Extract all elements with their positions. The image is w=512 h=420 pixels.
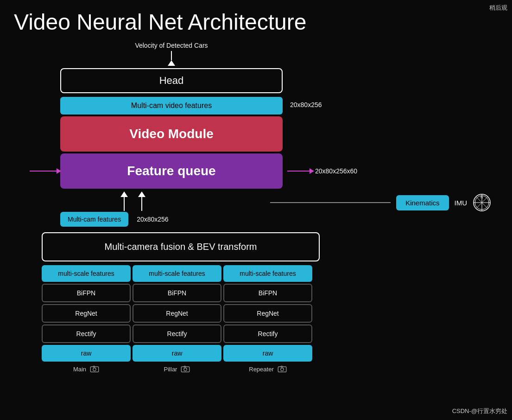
multicam-features-badge: Multi-cam features [60, 212, 128, 227]
velocity-label: Velocity of Detected Cars [135, 42, 208, 49]
arrow-up-left [120, 191, 128, 211]
head-box: Head [60, 68, 283, 93]
main-diagram: Velocity of Detected Cars Head Multi-cam… [14, 42, 500, 373]
main-label: Main [73, 366, 86, 373]
label-multicam-small: 20x80x256 [137, 216, 169, 223]
cam-col-main: multi-scale features BiFPN RegNet Rectif… [42, 265, 131, 362]
feature-queue-row: Feature queue 20x80x256x60 [14, 153, 500, 189]
svg-point-14 [281, 368, 284, 371]
kinematics-line [270, 202, 391, 203]
raw-pillar: raw [133, 345, 221, 362]
camera-columns: multi-scale features BiFPN RegNet Rectif… [42, 265, 500, 362]
arrow-line-velocity [171, 51, 172, 60]
compass-icon: N [473, 193, 491, 212]
watermark-top: 稍后观 [489, 4, 507, 12]
pillar-label: Pillar [164, 366, 177, 373]
svg-rect-10 [182, 367, 190, 372]
page-title: Video Neural Net Architecture [0, 0, 512, 39]
camera-labels: Main Pillar Repeater [42, 365, 500, 373]
fusion-box: Multi-camera fusion & BEV transform [42, 232, 320, 261]
multi-scale-pillar: multi-scale features [133, 265, 221, 282]
svg-point-11 [184, 368, 187, 371]
svg-rect-7 [90, 367, 99, 372]
kinematics-badge: Kinematics [396, 195, 449, 210]
regnet-main: RegNet [42, 304, 131, 323]
regnet-repeater: RegNet [223, 304, 312, 323]
cam-label-main: Main [42, 365, 131, 373]
arrow-up-velocity [168, 60, 175, 66]
camera-icon-pillar [181, 365, 190, 373]
cam-label-pillar: Pillar [133, 365, 221, 373]
bifpn-main: BiFPN [42, 284, 131, 302]
rectify-repeater: Rectify [223, 325, 312, 343]
raw-main: raw [42, 345, 131, 362]
cam-col-pillar: multi-scale features BiFPN RegNet Rectif… [133, 265, 221, 362]
video-module: Video Module [60, 116, 283, 152]
camera-icon-repeater [278, 365, 287, 373]
label-20x80x256: 20x80x256 [290, 101, 322, 108]
label-20x80x256x60: 20x80x256x60 [315, 167, 357, 175]
arrow-up-right [138, 191, 145, 211]
svg-text:N: N [480, 196, 483, 199]
bifpn-pillar: BiFPN [133, 284, 221, 302]
svg-rect-13 [278, 367, 286, 372]
multi-scale-repeater: multi-scale features [223, 265, 312, 282]
multi-scale-main: multi-scale features [42, 265, 131, 282]
raw-repeater: raw [223, 345, 312, 362]
repeater-label: Repeater [249, 366, 273, 373]
cam-col-repeater: multi-scale features BiFPN RegNet Rectif… [223, 265, 312, 362]
watermark-bottom: CSDN-@行置水穷处 [452, 407, 507, 415]
regnet-pillar: RegNet [133, 304, 221, 323]
camera-icon-main [90, 365, 99, 373]
svg-point-8 [93, 368, 96, 371]
multicam-video-features: Multi-cam video features [60, 97, 283, 115]
cam-label-repeater: Repeater [223, 365, 312, 373]
bifpn-repeater: BiFPN [223, 284, 312, 302]
rectify-main: Rectify [42, 325, 131, 343]
feature-queue: Feature queue [60, 153, 283, 189]
rectify-pillar: Rectify [133, 325, 221, 343]
imu-label: IMU [455, 199, 468, 207]
velocity-section: Velocity of Detected Cars [60, 42, 283, 66]
